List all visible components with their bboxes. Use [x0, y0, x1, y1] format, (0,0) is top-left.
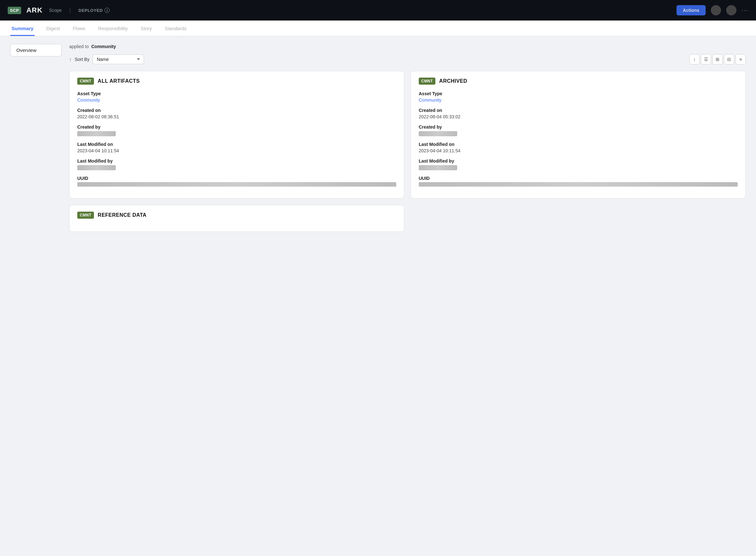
created-on-value-1: 2022-08-02 08:36:51: [77, 114, 396, 119]
uuid-value-1: [77, 182, 396, 186]
applied-to-label: applied to: [69, 44, 89, 49]
card-archived: CMNT ARCHIVED Asset Type Community Creat…: [411, 71, 746, 199]
view-grid-btn-1[interactable]: ⊞: [712, 54, 723, 64]
field-last-modified-by-2: Last Modified by: [419, 159, 738, 171]
cards-grid: CMNT ALL ARTIFACTS Asset Type Community …: [69, 71, 746, 199]
tab-standards[interactable]: Standards: [164, 21, 188, 36]
card-all-artifacts: CMNT ALL ARTIFACTS Asset Type Community …: [69, 71, 404, 199]
field-created-on-1: Created on 2022-08-02 08:36:51: [77, 108, 396, 119]
field-asset-type-1: Asset Type Community: [77, 91, 396, 103]
cmnt-badge-3: CMNT: [77, 212, 94, 219]
uuid-label-1: UUID: [77, 176, 396, 181]
view-list-btn[interactable]: ☰: [701, 54, 711, 64]
field-asset-type-2: Asset Type Community: [419, 91, 738, 103]
created-by-label-2: Created by: [419, 125, 738, 130]
toolbar-row: ↑ Sort By Name Date Type ↕ ☰ ⊞ ⊟ ≡: [69, 54, 746, 64]
created-by-value-1: [77, 131, 116, 136]
card-title-2: ARCHIVED: [439, 78, 467, 84]
field-uuid-2: UUID: [419, 176, 738, 186]
created-on-value-2: 2022-08-04 05:33:02: [419, 114, 738, 119]
main-content: Overview applied to Community ↑ Sort By …: [0, 36, 756, 554]
field-created-on-2: Created on 2022-08-04 05:33:02: [419, 108, 738, 119]
app-header: SCP ARK Scope | DEPLOYED i Actions ···: [0, 0, 756, 21]
last-modified-by-value-1: [77, 165, 116, 170]
cmnt-badge-2: CMNT: [419, 78, 435, 85]
last-modified-by-value-2: [419, 165, 457, 170]
app-title: ARK: [26, 6, 43, 14]
scope-label: Scope: [49, 8, 62, 13]
view-lines-btn[interactable]: ≡: [735, 54, 746, 64]
applied-to-value: Community: [92, 44, 116, 49]
tab-flows[interactable]: Flows: [72, 21, 86, 36]
card-title-1: ALL ARTIFACTS: [98, 78, 140, 84]
asset-type-label-1: Asset Type: [77, 91, 396, 96]
cards-bottom: CMNT REFERENCE DATA: [69, 205, 746, 232]
field-last-modified-on-2: Last Modified on 2023-04-04 10:11:54: [419, 142, 738, 153]
sort-select[interactable]: Name Date Type: [93, 55, 144, 64]
created-by-value-2: [419, 131, 457, 136]
actions-button[interactable]: Actions: [677, 5, 706, 15]
asset-type-label-2: Asset Type: [419, 91, 738, 96]
tab-summary[interactable]: Summary: [10, 21, 35, 36]
more-options[interactable]: ···: [742, 7, 748, 14]
scp-badge: SCP: [8, 7, 21, 14]
last-modified-on-label-1: Last Modified on: [77, 142, 396, 147]
last-modified-by-label-1: Last Modified by: [77, 159, 396, 164]
sort-icon: ↑: [69, 57, 72, 62]
sort-by-label: Sort By: [75, 57, 89, 62]
card-reference-data: CMNT REFERENCE DATA: [69, 205, 404, 232]
last-modified-on-value-1: 2023-04-04 10:11:54: [77, 148, 396, 153]
divider: |: [70, 7, 71, 13]
card-title-3: REFERENCE DATA: [98, 212, 146, 218]
view-sort-btn[interactable]: ↕: [689, 54, 699, 64]
tab-digest[interactable]: Digest: [45, 21, 61, 36]
cmnt-badge-1: CMNT: [77, 78, 94, 85]
asset-type-value-1[interactable]: Community: [77, 98, 396, 103]
tab-responsibility[interactable]: Responsibility: [97, 21, 129, 36]
applied-to-row: applied to Community: [69, 44, 746, 49]
sidebar-item-overview[interactable]: Overview: [10, 44, 62, 57]
field-last-modified-on-1: Last Modified on 2023-04-04 10:11:54: [77, 142, 396, 153]
field-last-modified-by-1: Last Modified by: [77, 159, 396, 171]
field-created-by-1: Created by: [77, 125, 396, 137]
deployed-status: DEPLOYED i: [78, 8, 110, 13]
avatar-secondary: [726, 5, 736, 15]
view-controls: ↕ ☰ ⊞ ⊟ ≡: [689, 54, 746, 64]
card-header-3: CMNT REFERENCE DATA: [77, 212, 396, 219]
last-modified-by-label-2: Last Modified by: [419, 159, 738, 164]
last-modified-on-value-2: 2023-04-04 10:11:54: [419, 148, 738, 153]
view-grid-btn-2[interactable]: ⊟: [724, 54, 734, 64]
info-icon[interactable]: i: [105, 8, 110, 13]
field-created-by-2: Created by: [419, 125, 738, 137]
uuid-value-2: [419, 182, 738, 186]
created-by-label-1: Created by: [77, 125, 396, 130]
sort-controls: ↑ Sort By Name Date Type: [69, 55, 144, 64]
field-uuid-1: UUID: [77, 176, 396, 186]
content-area: applied to Community ↑ Sort By Name Date…: [69, 44, 746, 546]
tab-story[interactable]: Story: [140, 21, 153, 36]
avatar: [711, 5, 721, 15]
asset-type-value-2[interactable]: Community: [419, 98, 738, 103]
card-header-1: CMNT ALL ARTIFACTS: [77, 78, 396, 85]
card-header-2: CMNT ARCHIVED: [419, 78, 738, 85]
created-on-label-1: Created on: [77, 108, 396, 113]
nav-tabs: Summary Digest Flows Responsibility Stor…: [0, 21, 756, 36]
uuid-label-2: UUID: [419, 176, 738, 181]
last-modified-on-label-2: Last Modified on: [419, 142, 738, 147]
created-on-label-2: Created on: [419, 108, 738, 113]
sidebar: Overview: [10, 44, 62, 546]
